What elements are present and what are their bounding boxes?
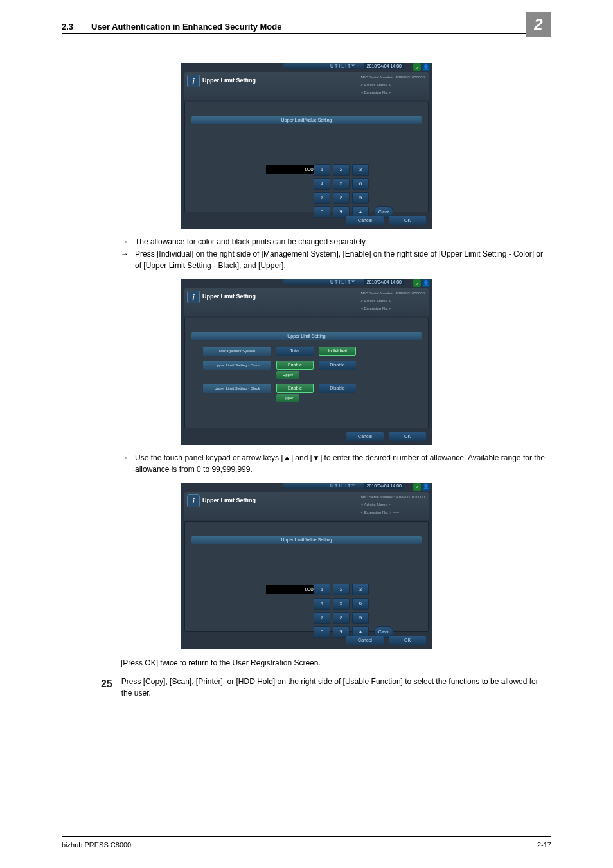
key-8[interactable]: 8 [333,612,350,624]
screen-body: Upper Limit Value Setting 00000000 1 2 3… [184,521,429,632]
key-4[interactable]: 4 [314,178,330,190]
screen-titlebar: i Upper Limit Setting M/C Serial Number:… [184,288,429,316]
bullet-a2: → Press [Individual] on the right side o… [121,249,551,271]
keypad: 1 2 3 4 5 6 7 8 9 0 ▼ ▲ [314,164,369,218]
screen-meta: M/C Serial Number: A1RF001000000 < Admin… [361,73,425,96]
disable-black-button[interactable]: Disable [319,384,356,393]
enable-color-button[interactable]: Enable [276,361,314,370]
key-6[interactable]: 6 [352,178,369,190]
key-8[interactable]: 8 [333,192,350,204]
top-icons: ? 👤 [413,63,430,71]
screen-date: 2010/04/04 14:00 [364,279,405,285]
screen-body: Upper Limit Value Setting 00000000 1 2 3… [184,102,429,212]
upper-color-button[interactable]: Upper [276,371,299,379]
meta-admin: < Admin. Name > [361,297,425,305]
label-upper-black: Upper Limit Setting - Black [203,384,271,393]
step-number: 25 [96,676,112,691]
step-25: 25 Press [Copy], [Scan], [Printer], or [… [96,676,549,699]
screen-bottom: Cancel OK [346,432,426,441]
key-4[interactable]: 4 [314,598,330,610]
device-screen-c: UTILITY 2010/04/04 14:00 ? 👤 i Upper Lim… [181,483,432,649]
help-icon[interactable]: ? [413,63,421,71]
cancel-button[interactable]: Cancel [346,432,384,441]
screen-top: UTILITY 2010/04/04 14:00 ? 👤 [181,279,432,287]
help-icon[interactable]: ? [413,279,421,287]
arrow-icon: → [121,453,129,475]
press-ok-note: [Press OK] twice to return to the User R… [121,658,549,669]
screen-top: UTILITY 2010/04/04 14:00 ? 👤 [181,483,432,491]
key-3[interactable]: 3 [352,164,369,176]
keypad: 1 2 3 4 5 6 7 8 9 0 ▼ ▲ [314,584,369,638]
cancel-button[interactable]: Cancel [346,636,384,645]
cancel-button[interactable]: Cancel [346,216,384,225]
mid-label: Upper Limit Setting [191,332,422,340]
page-header: 2.3 User Authentication in Enhanced Secu… [62,22,551,32]
person-icon[interactable]: 👤 [422,483,430,491]
enable-black-button[interactable]: Enable [276,384,314,393]
key-9[interactable]: 9 [352,612,369,624]
screen-date: 2010/04/04 14:00 [364,483,405,489]
screen-bottom: Cancel OK [346,636,426,645]
screen-date: 2010/04/04 14:00 [364,63,405,69]
screen-titlebar: i Upper Limit Setting M/C Serial Number:… [184,492,429,520]
meta-serial: M/C Serial Number: A1RF001000000 [361,289,425,297]
ok-button[interactable]: OK [389,432,426,441]
top-icons: ? 👤 [413,483,430,491]
bullet-text: The allowance for color and black prints… [135,237,367,248]
arrow-icon: → [121,237,129,248]
screenshot-c: UTILITY 2010/04/04 14:00 ? 👤 i Upper Lim… [0,483,613,649]
device-screen-b: UTILITY 2010/04/04 14:00 ? 👤 i Upper Lim… [181,279,432,445]
label-management-system: Management System [203,347,271,356]
key-0[interactable]: 0 [314,626,330,638]
label-upper-color: Upper Limit Setting - Color [203,361,271,370]
disable-color-button[interactable]: Disable [319,361,356,370]
upper-black-button[interactable]: Upper [276,394,299,402]
key-6[interactable]: 6 [352,598,369,610]
screenshot-b: UTILITY 2010/04/04 14:00 ? 👤 i Upper Lim… [0,279,613,445]
bullet-block-a: → The allowance for color and black prin… [121,237,551,271]
key-3[interactable]: 3 [352,584,369,595]
bullet-block-b: → Use the touch panel keypad or arrow ke… [121,453,551,475]
section-title: User Authentication in Enhanced Security… [91,22,281,32]
ok-button[interactable]: OK [389,216,426,225]
key-1[interactable]: 1 [314,584,330,595]
key-7[interactable]: 7 [314,192,330,204]
person-icon[interactable]: 👤 [422,279,430,287]
page-footer: bizhub PRESS C8000 2-17 [62,836,551,849]
screen-meta: M/C Serial Number: A1RF001000000 < Admin… [361,289,425,312]
screen-title: Upper Limit Setting [202,293,256,316]
total-button[interactable]: Total [276,347,314,356]
screen-bottom: Cancel OK [346,216,426,225]
screen-title: Upper Limit Setting [202,77,256,100]
individual-button[interactable]: Individual [319,347,356,356]
ok-button[interactable]: OK [389,636,426,645]
key-5[interactable]: 5 [333,598,350,610]
row-management-system: Management System Total Individual [203,347,410,356]
screen-title: Upper Limit Setting [202,497,256,520]
key-0[interactable]: 0 [314,206,330,218]
header-rule [62,33,542,34]
info-icon: i [187,75,200,87]
mid-label: Upper Limit Value Setting [191,116,422,124]
bullet-b1: → Use the touch panel keypad or arrow ke… [121,453,551,475]
key-1[interactable]: 1 [314,164,330,176]
upper-black-row: Upper [203,398,410,407]
arrow-icon: → [121,249,129,271]
header-left: 2.3 User Authentication in Enhanced Secu… [62,22,281,32]
person-icon[interactable]: 👤 [422,63,430,71]
top-icons: ? 👤 [413,279,430,287]
key-2[interactable]: 2 [333,584,350,595]
row-upper-limit-color: Upper Limit Setting - Color Enable Disab… [203,361,410,370]
options-rows: Management System Total Individual Upper… [203,347,410,407]
key-7[interactable]: 7 [314,612,330,624]
key-9[interactable]: 9 [352,192,369,204]
meta-admin: < Admin. Name > [361,501,425,509]
info-icon: i [187,291,200,303]
key-5[interactable]: 5 [333,178,350,190]
meta-ext: < Extension No. > ----- [361,89,425,96]
screen-body: Upper Limit Setting Management System To… [184,318,429,428]
meta-serial: M/C Serial Number: A1RF001000000 [361,73,425,81]
help-icon[interactable]: ? [413,483,421,491]
key-2[interactable]: 2 [333,164,350,176]
meta-ext: < Extension No. > ----- [361,305,425,312]
